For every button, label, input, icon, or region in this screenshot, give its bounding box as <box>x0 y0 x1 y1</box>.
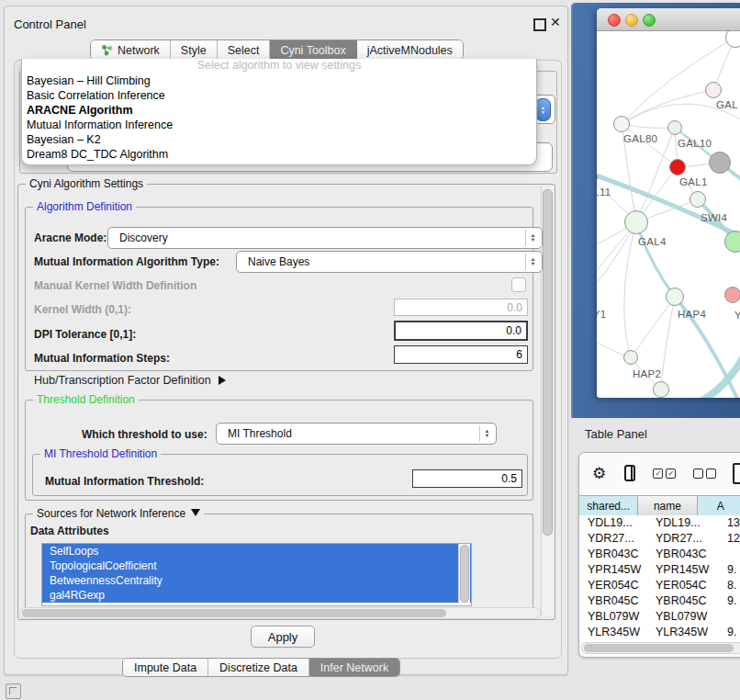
mi-steps-field[interactable]: 6 <box>394 345 528 364</box>
table-hscrollbar[interactable] <box>581 642 740 654</box>
sources-group-label: Sources for Network Inference <box>37 507 185 520</box>
table-row[interactable]: YPR145W YPR145W 9. <box>579 562 740 578</box>
hub-definition-toggle[interactable]: Hub/Transcription Factor Definition <box>34 374 226 387</box>
data-attribute-item[interactable]: TopologicalCoefficient <box>42 559 471 573</box>
network-canvas[interactable]: GALGAL80GAL10GAL1GAL11SWI4GAL4GCY1HAP4YH… <box>597 31 740 398</box>
tab-discretize-label: Discretize Data <box>219 661 297 674</box>
kernel-width-field[interactable]: 0.0 <box>394 299 528 316</box>
network-node[interactable] <box>705 82 722 98</box>
dropdown-item[interactable]: ARACNE Algorithm <box>22 103 536 118</box>
tab-discretize-data[interactable]: Discretize Data <box>208 659 309 676</box>
data-attribute-item[interactable]: SelfLoops <box>42 544 471 559</box>
columns-icon[interactable] <box>624 465 635 481</box>
tab-select[interactable]: Select <box>218 40 271 60</box>
dropdown-item[interactable]: Basic Correlation Inference <box>22 88 536 103</box>
bottom-tabstrip: Impute Data Discretize Data Infer Networ… <box>122 658 400 677</box>
tab-style-label: Style <box>181 44 207 57</box>
mi-algorithm-type-combobox[interactable]: Naive Bayes <box>236 251 543 273</box>
tab-cyni-toolbox[interactable]: Cyni Toolbox <box>270 40 356 60</box>
network-node[interactable] <box>623 350 638 365</box>
cell-name: YBR043C <box>647 547 715 562</box>
dropdown-item[interactable]: Dream8 DC_TDC Algorithm <box>22 147 536 162</box>
settings-scrollbar-thumb[interactable] <box>543 189 553 536</box>
settings-hscrollbar[interactable] <box>19 607 541 619</box>
settings-scrollbar[interactable] <box>541 186 554 615</box>
docked-panel-icon[interactable] <box>6 683 21 699</box>
cell-shared-name: YDL19... <box>579 515 647 531</box>
table-row[interactable]: YER054C YER054C 8. <box>579 578 740 593</box>
checked-box-icon: ✓ <box>666 469 676 479</box>
column-header-third[interactable]: A <box>698 496 740 515</box>
table-hscrollbar-thumb[interactable] <box>584 644 734 652</box>
function-builder-icon[interactable] <box>733 463 740 484</box>
aracne-mode-label: Aracne Mode: <box>34 231 107 244</box>
top-tabstrip: Network Style Select Cyni Toolbox jActiv… <box>90 40 464 61</box>
which-threshold-label: Which threshold to use: <box>82 428 207 441</box>
data-attributes-label: Data Attributes <box>30 525 109 537</box>
network-node[interactable] <box>709 152 731 174</box>
column-header-name[interactable]: name <box>638 496 697 515</box>
network-node-label: HAP4 <box>678 309 706 320</box>
sources-group-title[interactable]: Sources for Network Inference <box>33 507 204 520</box>
dpi-tolerance-field[interactable]: 0.0 <box>394 321 528 341</box>
mi-threshold-label: Mutual Information Threshold: <box>45 475 204 488</box>
aracne-mode-value: Discovery <box>119 231 168 244</box>
manual-kernel-width-checkbox[interactable] <box>511 277 526 292</box>
table-row[interactable]: YDL19... YDL19... 13 <box>579 515 740 531</box>
network-node[interactable] <box>724 231 740 253</box>
network-node[interactable] <box>690 191 706 208</box>
close-icon[interactable]: ✕ <box>550 15 561 29</box>
attributes-scrollbar-thumb[interactable] <box>460 545 469 603</box>
zoom-window-icon[interactable] <box>643 14 656 27</box>
network-node-label: GAL10 <box>678 138 712 149</box>
close-window-icon[interactable] <box>608 14 621 27</box>
network-window-titlebar[interactable] <box>597 8 740 31</box>
table-toolbar: ⚙ ✓✓ <box>579 453 740 493</box>
settings-group-title: Cyni Algorithm Settings <box>26 177 147 190</box>
settings-hscrollbar-thumb[interactable] <box>22 609 446 617</box>
aracne-mode-combobox[interactable]: Discovery <box>107 227 543 249</box>
table-row[interactable]: YBR043C YBR043C <box>579 547 740 562</box>
dropdown-item-label: Bayesian – K2 <box>27 133 101 146</box>
tab-style[interactable]: Style <box>171 40 218 60</box>
data-attribute-item[interactable]: gal4RGexp <box>42 588 471 603</box>
cell-value: 8. <box>715 578 736 593</box>
data-attribute-item[interactable]: BetweennessCentrality <box>42 573 471 588</box>
tab-impute-data[interactable]: Impute Data <box>123 659 208 676</box>
algorithm-dropdown-list: Select algorithm to view settings Bayesi… <box>21 59 537 165</box>
apply-button[interactable]: Apply <box>251 626 315 648</box>
tab-impute-label: Impute Data <box>134 661 196 674</box>
table-row[interactable]: YBL079W YBL079W <box>579 609 740 625</box>
attributes-scrollbar[interactable] <box>458 544 470 604</box>
unselect-all-columns-icon[interactable] <box>693 469 716 479</box>
dropdown-item[interactable]: Mutual Information Inference <box>22 118 536 132</box>
cell-name: YLR345W <box>647 625 715 640</box>
network-node[interactable] <box>613 116 630 132</box>
apply-button-label: Apply <box>268 630 298 644</box>
mi-threshold-field[interactable]: 0.5 <box>412 469 522 488</box>
cell-value: 9. <box>715 625 736 640</box>
tab-network[interactable]: Network <box>91 40 171 60</box>
tab-cyni-label: Cyni Toolbox <box>280 44 345 57</box>
control-panel: Control Panel ✕ Network Style Select Cyn… <box>4 6 568 675</box>
network-node[interactable] <box>667 120 682 135</box>
dropdown-item[interactable]: Bayesian – Hill Climbing <box>22 73 536 88</box>
column-header-shared[interactable]: shared... <box>579 496 638 515</box>
network-node[interactable] <box>653 381 669 398</box>
network-node[interactable] <box>666 288 684 306</box>
network-node[interactable] <box>724 287 740 303</box>
table-row[interactable]: YLR345W YLR345W 9. <box>579 625 740 640</box>
chevron-right-icon <box>219 376 226 385</box>
table-row[interactable]: YDR27... YDR27... 12 <box>579 531 740 547</box>
float-panel-icon[interactable] <box>533 18 546 31</box>
gear-icon[interactable]: ⚙ <box>592 464 606 483</box>
minimize-window-icon[interactable] <box>625 14 638 27</box>
tab-infer-network[interactable]: Infer Network <box>309 659 399 676</box>
table-row[interactable]: YBR045C YBR045C 9. <box>579 593 740 609</box>
dropdown-item[interactable]: Bayesian – K2 <box>22 132 536 147</box>
network-node[interactable] <box>624 210 648 234</box>
network-node[interactable] <box>669 159 686 175</box>
which-threshold-combobox[interactable]: MI Threshold <box>216 423 497 445</box>
select-all-columns-icon[interactable]: ✓✓ <box>653 469 676 479</box>
tab-jactivemnodules[interactable]: jActiveMNodules <box>357 40 463 60</box>
